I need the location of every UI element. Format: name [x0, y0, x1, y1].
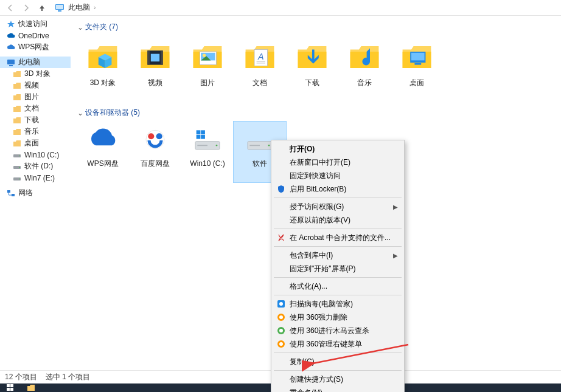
menu-item-label: 创建快捷方式(S) — [290, 374, 343, 385]
sidebar-item-dl[interactable]: 下载 — [0, 114, 71, 126]
drive-tile-win10c[interactable]: Win10 (C:) — [181, 122, 234, 182]
folder-tile-pictures[interactable]: 图片 — [181, 36, 234, 104]
menu-item-label: 包含到库中(I) — [290, 250, 333, 261]
sidebar-item-win7e[interactable]: Win7 (E:) — [0, 172, 71, 184]
tile-label: WPS网盘 — [78, 159, 127, 168]
menu-item[interactable]: 创建快捷方式(S) — [273, 373, 403, 386]
group-header-folders-label: 文件夹 (7) — [85, 22, 118, 32]
menu-item[interactable]: 复制(C) — [273, 355, 403, 368]
pc-icon — [6, 58, 16, 67]
tile-label: Win10 (C:) — [183, 159, 232, 168]
start-button[interactable] — [0, 383, 21, 392]
menu-item-label: 使用 360管理右键菜单 — [290, 339, 362, 349]
sidebar-item-quick[interactable]: 快速访问 — [0, 18, 71, 30]
submenu-arrow-icon: ▶ — [393, 252, 398, 259]
network-icon — [6, 188, 16, 198]
drive-icon — [12, 173, 22, 183]
folder-icon — [190, 40, 225, 75]
star-icon — [6, 19, 16, 29]
360y-icon — [276, 312, 286, 322]
svg-rect-33 — [197, 130, 201, 134]
sidebar-item-music[interactable]: 音乐 — [0, 126, 71, 137]
menu-item[interactable]: 固定到"开始"屏幕(P) — [273, 262, 403, 275]
menu-item[interactable]: 包含到库中(I)▶ — [273, 249, 403, 262]
navigation-sidebar: 快速访问OneDriveWPS网盘此电脑3D 对象视频图片文档下载音乐桌面Win… — [0, 16, 71, 370]
drive-icon — [138, 125, 173, 156]
drive-tile-wpsdrv[interactable]: WPS网盘 — [77, 122, 129, 182]
folder-tile-3d[interactable]: 3D 对象 — [77, 36, 129, 104]
sidebar-item-pictures[interactable]: 图片 — [0, 91, 71, 103]
svg-rect-4 — [9, 65, 13, 66]
sidebar-item-win10c[interactable]: Win10 (C:) — [0, 149, 71, 160]
folder-icon — [347, 40, 382, 75]
drive-tile-baidu[interactable]: 百度网盘 — [129, 122, 181, 182]
sidebar-item-label: WPS网盘 — [18, 42, 49, 52]
menu-item-label: 授予访问权限(G) — [290, 202, 344, 212]
group-header-drives[interactable]: ⌄ 设备和驱动器 (5) — [77, 108, 555, 118]
menu-item[interactable]: 授予访问权限(G)▶ — [273, 200, 403, 213]
sidebar-item-label: 桌面 — [24, 138, 39, 148]
svg-rect-34 — [201, 130, 205, 134]
svg-rect-3 — [7, 60, 15, 64]
menu-item[interactable]: 启用 BitLocker(B) — [273, 182, 403, 196]
sidebar-item-label: 音乐 — [24, 126, 39, 137]
sidebar-item-label: 文档 — [24, 103, 39, 114]
folder-tile-desktop[interactable]: 桌面 — [391, 36, 443, 104]
folder-icon — [138, 40, 173, 75]
folder-tile-docs[interactable]: A文档 — [234, 36, 286, 104]
nav-up-icon[interactable] — [37, 2, 47, 13]
shield-icon — [276, 184, 286, 194]
sidebar-item-desktop[interactable]: 桌面 — [0, 137, 71, 149]
svg-point-10 — [19, 178, 20, 179]
folder-icon — [12, 115, 22, 125]
sidebar-item-docs[interactable]: 文档 — [0, 103, 71, 114]
svg-point-22 — [203, 54, 206, 57]
nav-forward-icon[interactable] — [21, 2, 32, 13]
svg-point-58 — [279, 329, 283, 332]
sidebar-item-3d[interactable]: 3D 对象 — [0, 68, 71, 80]
drive-icon — [85, 125, 120, 156]
svg-rect-36 — [201, 135, 205, 139]
folder-tile-dl[interactable]: 下载 — [286, 36, 338, 104]
cloud-icon — [6, 43, 16, 52]
menu-separator — [274, 295, 402, 295]
menu-item[interactable]: 还原以前的版本(V) — [273, 213, 403, 227]
taskbar-explorer-icon[interactable] — [21, 383, 41, 392]
menu-item-label: 打开(O) — [290, 144, 315, 154]
menu-item[interactable]: 重命名(M) — [273, 386, 403, 392]
group-header-folders[interactable]: ⌄ 文件夹 (7) — [77, 22, 555, 32]
sidebar-item-onedrive[interactable]: OneDrive — [0, 30, 71, 41]
menu-item[interactable]: 在 Acrobat 中合并支持的文件... — [273, 231, 403, 244]
breadcrumb-bar: 此电脑 › — [0, 0, 561, 16]
menu-item[interactable]: 扫描病毒(电脑管家) — [273, 297, 403, 311]
menu-item[interactable]: 使用 360管理右键菜单 — [273, 337, 403, 351]
menu-item[interactable]: 固定到快速访问 — [273, 169, 403, 182]
sidebar-item-label: OneDrive — [18, 32, 49, 40]
menu-item[interactable]: 在新窗口中打开(E) — [273, 156, 403, 169]
nav-back-icon[interactable] — [5, 2, 16, 13]
menu-item[interactable]: 使用 360进行木马云查杀 — [273, 324, 403, 337]
folder-tile-video[interactable]: 视频 — [129, 36, 181, 104]
breadcrumb-location[interactable]: 此电脑 — [67, 2, 91, 13]
sidebar-item-label: 此电脑 — [18, 57, 40, 67]
sidebar-item-network[interactable]: 网络 — [0, 187, 71, 199]
svg-rect-28 — [411, 53, 425, 61]
folder-tile-music[interactable]: 音乐 — [338, 36, 391, 104]
menu-item[interactable]: 使用 360强力删除 — [273, 311, 403, 324]
menu-item[interactable]: 格式化(A)... — [273, 280, 403, 293]
menu-item[interactable]: 打开(O) — [273, 142, 403, 156]
drive-icon — [12, 150, 22, 160]
menu-item-label: 使用 360强力删除 — [290, 312, 347, 323]
sidebar-item-softd[interactable]: 软件 (D:) — [0, 160, 71, 172]
menu-item-label: 在 Acrobat 中合并支持的文件... — [290, 233, 391, 243]
svg-point-31 — [148, 133, 154, 139]
sidebar-item-thispc[interactable]: 此电脑 — [0, 57, 71, 68]
tile-label: 桌面 — [392, 78, 441, 87]
svg-rect-18 — [161, 50, 163, 64]
menu-separator — [274, 229, 402, 229]
svg-rect-11 — [7, 190, 10, 193]
sidebar-item-video[interactable]: 视频 — [0, 80, 71, 91]
sidebar-item-label: 图片 — [24, 92, 39, 102]
sidebar-item-wps[interactable]: WPS网盘 — [0, 41, 71, 53]
pc-icon — [55, 3, 64, 13]
